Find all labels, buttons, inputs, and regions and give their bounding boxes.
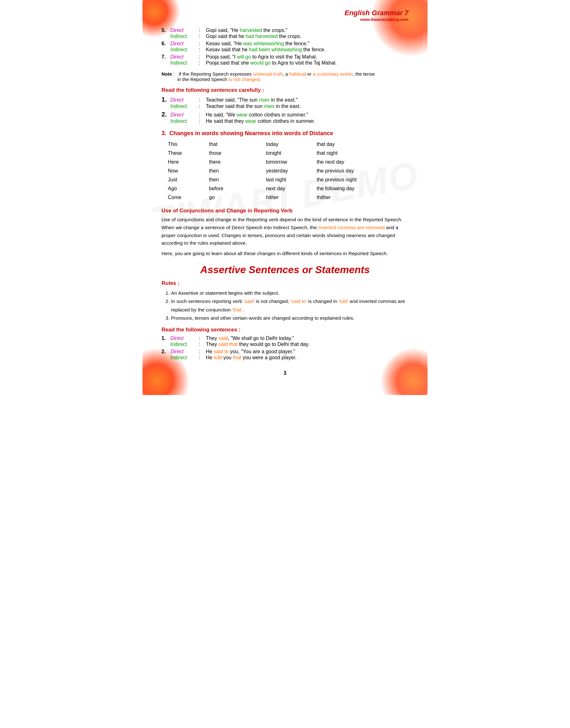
was-whitewashing-highlight: was whitewashing xyxy=(243,41,284,46)
sentence-6-direct-label: Direct xyxy=(171,41,199,47)
read-sentence-2: 2. Direct : He said, "We wear cotton clo… xyxy=(162,111,408,124)
read-sentence-2-num: 2. xyxy=(162,111,171,118)
sentence-6-indirect-colon: : xyxy=(199,47,206,53)
read-sentence-1-direct-colon: : xyxy=(199,97,206,103)
wt-r3c3: tomorrow xyxy=(266,158,317,166)
conjunctions-para2: Here, you are going to learn about all t… xyxy=(162,250,408,258)
that-highlight: 'that' xyxy=(232,307,242,312)
sentence-5-indirect-text: Gopi said that he had harvested the crop… xyxy=(206,34,408,39)
harvested-highlight: harvested xyxy=(240,28,262,33)
sentence-6-direct-text: Kesav said, "He was whitewashing the fen… xyxy=(206,41,408,47)
wt-r1c1: This xyxy=(168,140,209,149)
assertive-sentence-1-direct-label: Direct xyxy=(171,335,199,341)
inverted-commas-highlight: Inverted commas are removed xyxy=(318,225,385,230)
read-sentence-1-num: 1. xyxy=(162,96,171,103)
read-following-header: Read the following sentences : xyxy=(162,327,408,333)
read-sentence-2-indirect: Indirect : He said that they wear cotton… xyxy=(162,118,408,124)
assertive-sentence-2-indirect-colon: : xyxy=(199,355,206,360)
note-colon: : xyxy=(172,71,177,77)
assertive-sentence-2-direct-colon: : xyxy=(199,349,206,354)
sentence-6-indirect-text: Kesav said that he had been whitewashing… xyxy=(206,47,408,53)
assertive-title: Assertive Sentences or Statements xyxy=(162,264,408,276)
sentence-5-direct: 5. Direct : Gopi said, "He harvested the… xyxy=(162,28,408,33)
conjunctions-para1: Use of conjunctions and change in the Re… xyxy=(162,216,408,247)
section-3-num: 3. xyxy=(162,130,170,136)
sentence-7: 7. Direct : Pooja said, "I will go to Ag… xyxy=(162,54,408,66)
wt-r4c3: yesterday xyxy=(266,166,317,175)
wear-highlight-2: wear xyxy=(245,118,257,124)
sentence-6-direct: 6. Direct : Kesav said, "He was whitewas… xyxy=(162,41,408,47)
wt-r2c4: that night xyxy=(317,149,380,158)
wt-r5c4: the previous night xyxy=(317,175,380,184)
sentence-7-direct-label: Direct xyxy=(171,54,199,60)
wt-r7c1: Come xyxy=(168,193,209,202)
sentence-6-indirect-label: Indirect xyxy=(171,47,199,53)
assertive-sentence-2-direct-label: Direct xyxy=(171,349,199,354)
said-orange-1: said xyxy=(219,335,228,341)
said-that-highlight: said that xyxy=(219,341,238,347)
assertive-sentence-2-indirect: Indirect : He told you that you were a g… xyxy=(162,355,408,360)
read-sentence-2-direct: 2. Direct : He said, "We wear cotton clo… xyxy=(162,111,408,118)
assertive-sentence-2-direct: 2. Direct : He said to you, "You are a g… xyxy=(162,349,408,354)
would-go-highlight: would go xyxy=(251,60,271,65)
assertive-sentence-1-direct-text: They said, "We shall go to Delhi today." xyxy=(206,335,408,341)
wt-r4c1: Now xyxy=(168,166,209,175)
read-sentence-2-direct-label: Direct xyxy=(171,112,199,118)
sentence-6: 6. Direct : Kesav said, "He was whitewas… xyxy=(162,41,408,53)
wt-r1c3: today xyxy=(266,140,317,149)
wt-r4c4: the previous day xyxy=(317,166,380,175)
note-text: If the Reporting Speech expresses univer… xyxy=(162,71,375,82)
sentence-5-indirect-colon: : xyxy=(199,34,206,39)
rule-3: Pronouns, tenses and other certain words… xyxy=(171,314,408,322)
read-sentence-2-direct-text: He said, "We wear cotton clothes in summ… xyxy=(206,112,408,118)
wt-r7c3: hither xyxy=(266,193,317,202)
read-sentence-1-indirect-label: Indirect xyxy=(171,103,199,109)
sentence-7-num: 7. xyxy=(162,54,171,60)
section-3-title: Changes in words showing Nearness into w… xyxy=(170,130,333,136)
said-to-orange-1: said to xyxy=(214,349,229,354)
read-sentence-1-direct-label: Direct xyxy=(171,97,199,103)
wt-r6c4: the following day xyxy=(317,184,380,193)
not-changed-highlight: is not changed xyxy=(229,77,260,82)
sentence-6-num: 6. xyxy=(162,41,171,47)
sentence-5: 5. Direct : Gopi said, "He harvested the… xyxy=(162,28,408,40)
conjunctions-header: Use of Conjunctions and Change in Report… xyxy=(162,208,408,214)
section-3-header: 3. Changes in words showing Nearness int… xyxy=(162,130,408,137)
read-carefully-header: Read the following sentences carefully : xyxy=(162,87,408,93)
sentence-7-direct: 7. Direct : Pooja said, "I will go to Ag… xyxy=(162,54,408,60)
read-sentence-1-indirect: Indirect : Teacher said that the sun ris… xyxy=(162,103,408,109)
wt-r3c1: Here xyxy=(168,158,209,166)
assertive-sentence-1: 1. Direct : They said, "We shall go to D… xyxy=(162,335,408,347)
rule-1: An Assertive or statement begins with th… xyxy=(171,289,408,297)
note-label: Note xyxy=(162,71,172,77)
read-sentence-1-direct-text: Teacher said, "The sun rises in the east… xyxy=(206,97,408,103)
wt-r2c3: tonight xyxy=(266,149,317,158)
said-highlight: 'said' xyxy=(244,298,254,304)
wt-r3c2: there xyxy=(209,158,266,166)
sentence-7-indirect-label: Indirect xyxy=(171,60,199,66)
assertive-sentence-2-indirect-label: Indirect xyxy=(171,355,199,360)
read-sentence-2-indirect-colon: : xyxy=(199,118,206,124)
wt-r6c3: next day xyxy=(266,184,317,193)
word-change-table: This that today that day These those ton… xyxy=(168,140,402,202)
read-sentence-1-indirect-text: Teacher said that the sun rises in the e… xyxy=(206,103,408,109)
assertive-sentence-1-indirect-text: They said that they would go to Delhi th… xyxy=(206,341,408,347)
wear-highlight-1: wear xyxy=(237,112,248,117)
rises-highlight-1: rises xyxy=(259,97,270,103)
sentence-5-num: 5. xyxy=(162,28,171,33)
wt-r2c2: those xyxy=(209,149,266,158)
website-url: www.tiwariacademy.com xyxy=(162,17,408,22)
customary-action-highlight: a customary action xyxy=(313,71,353,77)
wt-r5c1: Just xyxy=(168,175,209,184)
sentences-read-1-2: 1. Direct : Teacher said, "The sun rises… xyxy=(162,96,408,124)
told-orange-1: told xyxy=(214,355,222,360)
wt-r3c4: the next day xyxy=(317,158,380,166)
sentences-5-7: 5. Direct : Gopi said, "He harvested the… xyxy=(162,28,408,66)
assertive-sentence-1-num: 1. xyxy=(162,335,171,341)
sentence-7-indirect-text: Pooja said that she would go to Agra to … xyxy=(206,60,408,66)
page-number: 3 xyxy=(162,370,408,376)
assertive-sentence-1-indirect-colon: : xyxy=(199,341,206,347)
read-sentence-1-direct: 1. Direct : Teacher said, "The sun rises… xyxy=(162,96,408,103)
sentence-6-indirect: Indirect : Kesav said that he had been w… xyxy=(162,47,408,53)
wt-r6c2: before xyxy=(209,184,266,193)
